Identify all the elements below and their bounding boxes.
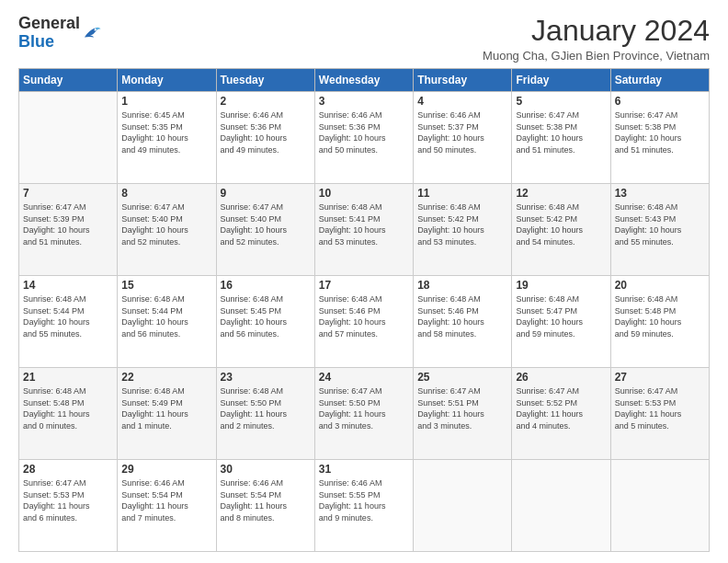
day-number: 28 <box>23 463 113 476</box>
day-info: Sunrise: 6:48 AM Sunset: 5:48 PM Dayligh… <box>23 385 113 431</box>
table-row: 2Sunrise: 6:46 AM Sunset: 5:36 PM Daylig… <box>216 92 314 184</box>
col-thursday: Thursday <box>414 69 512 92</box>
table-row: 19Sunrise: 6:48 AM Sunset: 5:47 PM Dayli… <box>512 276 610 368</box>
col-tuesday: Tuesday <box>216 69 314 92</box>
table-row: 15Sunrise: 6:48 AM Sunset: 5:44 PM Dayli… <box>118 276 216 368</box>
day-info: Sunrise: 6:48 AM Sunset: 5:46 PM Dayligh… <box>319 293 409 339</box>
day-number: 27 <box>615 371 705 384</box>
table-row: 10Sunrise: 6:48 AM Sunset: 5:41 PM Dayli… <box>314 184 413 276</box>
day-info: Sunrise: 6:48 AM Sunset: 5:48 PM Dayligh… <box>615 293 705 339</box>
day-number: 8 <box>121 187 211 200</box>
day-number: 14 <box>23 279 113 292</box>
day-number: 11 <box>417 187 507 200</box>
day-number: 2 <box>221 95 311 108</box>
calendar-table: Sunday Monday Tuesday Wednesday Thursday… <box>18 68 710 552</box>
day-number: 1 <box>121 95 211 108</box>
col-saturday: Saturday <box>610 69 709 92</box>
table-row: 28Sunrise: 6:47 AM Sunset: 5:53 PM Dayli… <box>19 460 118 552</box>
day-number: 29 <box>121 463 211 476</box>
day-info: Sunrise: 6:48 AM Sunset: 5:47 PM Dayligh… <box>516 293 606 339</box>
table-row: 14Sunrise: 6:48 AM Sunset: 5:44 PM Dayli… <box>19 276 118 368</box>
table-row: 18Sunrise: 6:48 AM Sunset: 5:46 PM Dayli… <box>414 276 512 368</box>
day-info: Sunrise: 6:47 AM Sunset: 5:39 PM Dayligh… <box>23 201 113 247</box>
day-number: 4 <box>417 95 507 108</box>
calendar-header-row: Sunday Monday Tuesday Wednesday Thursday… <box>19 69 710 92</box>
table-row <box>512 460 610 552</box>
table-row: 3Sunrise: 6:46 AM Sunset: 5:36 PM Daylig… <box>314 92 413 184</box>
day-info: Sunrise: 6:46 AM Sunset: 5:37 PM Dayligh… <box>417 109 507 155</box>
col-sunday: Sunday <box>19 69 118 92</box>
table-row: 11Sunrise: 6:48 AM Sunset: 5:42 PM Dayli… <box>414 184 512 276</box>
table-row: 17Sunrise: 6:48 AM Sunset: 5:46 PM Dayli… <box>314 276 413 368</box>
table-row: 4Sunrise: 6:46 AM Sunset: 5:37 PM Daylig… <box>414 92 512 184</box>
day-number: 13 <box>615 187 705 200</box>
day-info: Sunrise: 6:47 AM Sunset: 5:51 PM Dayligh… <box>417 385 507 431</box>
logo-bird-icon <box>82 25 102 41</box>
col-friday: Friday <box>512 69 610 92</box>
day-info: Sunrise: 6:47 AM Sunset: 5:38 PM Dayligh… <box>615 109 705 155</box>
day-info: Sunrise: 6:48 AM Sunset: 5:46 PM Dayligh… <box>417 293 507 339</box>
day-info: Sunrise: 6:46 AM Sunset: 5:36 PM Dayligh… <box>319 109 409 155</box>
table-row: 21Sunrise: 6:48 AM Sunset: 5:48 PM Dayli… <box>19 368 118 460</box>
table-row: 25Sunrise: 6:47 AM Sunset: 5:51 PM Dayli… <box>414 368 512 460</box>
table-row: 30Sunrise: 6:46 AM Sunset: 5:54 PM Dayli… <box>216 460 314 552</box>
day-info: Sunrise: 6:48 AM Sunset: 5:50 PM Dayligh… <box>221 385 311 431</box>
day-number: 7 <box>23 187 113 200</box>
logo-blue: Blue <box>18 32 54 51</box>
table-row <box>414 460 512 552</box>
table-row: 12Sunrise: 6:48 AM Sunset: 5:42 PM Dayli… <box>512 184 610 276</box>
day-info: Sunrise: 6:45 AM Sunset: 5:35 PM Dayligh… <box>121 109 211 155</box>
month-year: January 2024 <box>483 15 710 47</box>
day-info: Sunrise: 6:46 AM Sunset: 5:54 PM Dayligh… <box>121 477 211 523</box>
table-row: 16Sunrise: 6:48 AM Sunset: 5:45 PM Dayli… <box>216 276 314 368</box>
day-number: 22 <box>121 371 211 384</box>
table-row: 29Sunrise: 6:46 AM Sunset: 5:54 PM Dayli… <box>118 460 216 552</box>
title-block: January 2024 Muong Cha, GJien Bien Provi… <box>483 15 710 63</box>
day-number: 18 <box>417 279 507 292</box>
table-row: 26Sunrise: 6:47 AM Sunset: 5:52 PM Dayli… <box>512 368 610 460</box>
day-number: 30 <box>221 463 311 476</box>
table-row: 6Sunrise: 6:47 AM Sunset: 5:38 PM Daylig… <box>610 92 709 184</box>
day-info: Sunrise: 6:47 AM Sunset: 5:40 PM Dayligh… <box>121 201 211 247</box>
day-info: Sunrise: 6:46 AM Sunset: 5:55 PM Dayligh… <box>319 477 409 523</box>
col-monday: Monday <box>118 69 216 92</box>
table-row: 22Sunrise: 6:48 AM Sunset: 5:49 PM Dayli… <box>118 368 216 460</box>
logo: General Blue <box>18 15 102 52</box>
day-info: Sunrise: 6:47 AM Sunset: 5:50 PM Dayligh… <box>319 385 409 431</box>
table-row <box>610 460 709 552</box>
day-info: Sunrise: 6:47 AM Sunset: 5:40 PM Dayligh… <box>221 201 311 247</box>
day-number: 23 <box>221 371 311 384</box>
table-row: 9Sunrise: 6:47 AM Sunset: 5:40 PM Daylig… <box>216 184 314 276</box>
location: Muong Cha, GJien Bien Province, Vietnam <box>483 49 710 63</box>
day-number: 19 <box>516 279 606 292</box>
day-info: Sunrise: 6:48 AM Sunset: 5:42 PM Dayligh… <box>516 201 606 247</box>
day-number: 10 <box>319 187 409 200</box>
calendar-week-row: 28Sunrise: 6:47 AM Sunset: 5:53 PM Dayli… <box>19 460 710 552</box>
table-row: 8Sunrise: 6:47 AM Sunset: 5:40 PM Daylig… <box>118 184 216 276</box>
table-row: 27Sunrise: 6:47 AM Sunset: 5:53 PM Dayli… <box>610 368 709 460</box>
col-wednesday: Wednesday <box>314 69 413 92</box>
day-info: Sunrise: 6:48 AM Sunset: 5:43 PM Dayligh… <box>615 201 705 247</box>
calendar-week-row: 7Sunrise: 6:47 AM Sunset: 5:39 PM Daylig… <box>19 184 710 276</box>
day-info: Sunrise: 6:47 AM Sunset: 5:53 PM Dayligh… <box>23 477 113 523</box>
day-info: Sunrise: 6:46 AM Sunset: 5:54 PM Dayligh… <box>221 477 311 523</box>
day-number: 21 <box>23 371 113 384</box>
day-number: 24 <box>319 371 409 384</box>
day-number: 12 <box>516 187 606 200</box>
table-row <box>19 92 118 184</box>
calendar-week-row: 14Sunrise: 6:48 AM Sunset: 5:44 PM Dayli… <box>19 276 710 368</box>
header: General Blue January 2024 Muong Cha, GJi… <box>18 15 710 63</box>
table-row: 31Sunrise: 6:46 AM Sunset: 5:55 PM Dayli… <box>314 460 413 552</box>
table-row: 23Sunrise: 6:48 AM Sunset: 5:50 PM Dayli… <box>216 368 314 460</box>
day-number: 15 <box>121 279 211 292</box>
day-info: Sunrise: 6:48 AM Sunset: 5:44 PM Dayligh… <box>121 293 211 339</box>
day-number: 26 <box>516 371 606 384</box>
day-info: Sunrise: 6:48 AM Sunset: 5:49 PM Dayligh… <box>121 385 211 431</box>
day-info: Sunrise: 6:47 AM Sunset: 5:53 PM Dayligh… <box>615 385 705 431</box>
day-number: 5 <box>516 95 606 108</box>
table-row: 1Sunrise: 6:45 AM Sunset: 5:35 PM Daylig… <box>118 92 216 184</box>
day-info: Sunrise: 6:48 AM Sunset: 5:41 PM Dayligh… <box>319 201 409 247</box>
day-number: 6 <box>615 95 705 108</box>
day-number: 20 <box>615 279 705 292</box>
day-number: 31 <box>319 463 409 476</box>
